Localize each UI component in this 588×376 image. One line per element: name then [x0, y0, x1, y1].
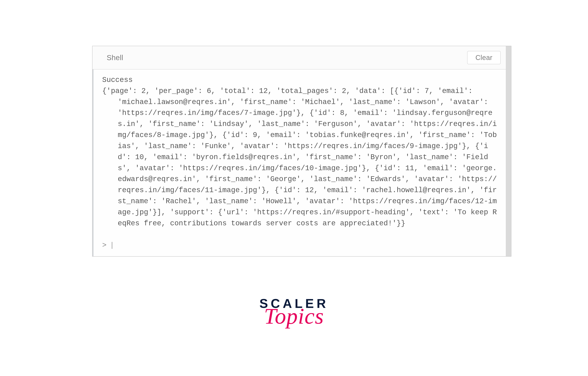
output-dict-first: {'page': 2, 'per_page': 6, 'total': 12, …	[102, 87, 477, 95]
console-output[interactable]: Success {'page': 2, 'per_page': 6, 'tota…	[93, 70, 511, 256]
brand-sub-text: Topics	[259, 305, 329, 327]
scrollbar[interactable]	[506, 46, 511, 256]
status-line: Success	[102, 76, 133, 84]
scaler-topics-logo: SCALER Topics	[259, 297, 329, 327]
clear-button[interactable]: Clear	[467, 51, 501, 64]
shell-console: Shell Clear Success {'page': 2, 'per_pag…	[92, 46, 511, 257]
cursor-icon	[112, 242, 112, 249]
console-title: Shell	[107, 53, 123, 62]
console-header: Shell Clear	[93, 46, 511, 70]
output-dict-rest: 'michael.lawson@reqres.in', 'first_name'…	[102, 97, 501, 229]
prompt: >	[102, 241, 111, 250]
page-root: Shell Clear Success {'page': 2, 'per_pag…	[0, 0, 588, 376]
